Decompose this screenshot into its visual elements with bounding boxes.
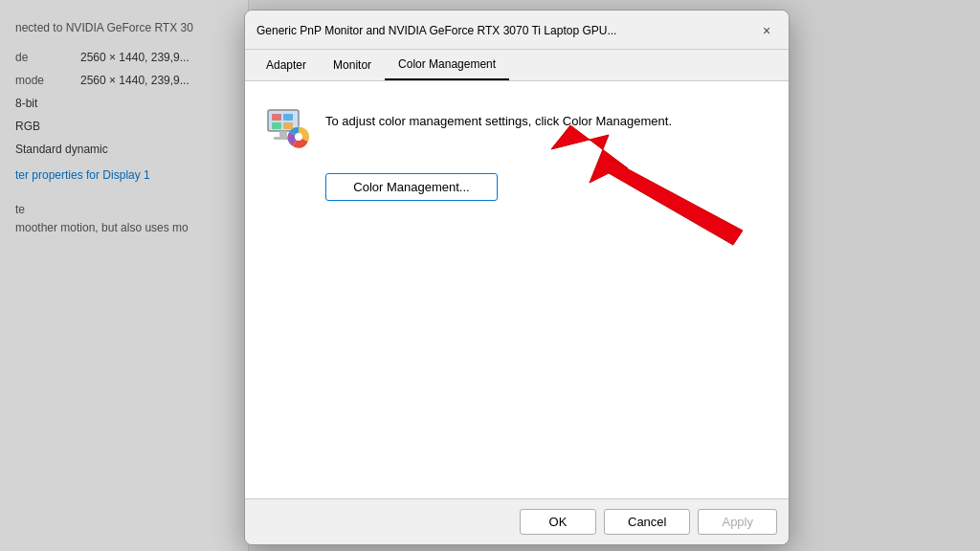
svg-rect-7 <box>272 122 281 129</box>
dialog: Generic PnP Monitor and NVIDIA GeForce R… <box>244 10 790 545</box>
color-management-icon <box>264 104 310 150</box>
ok-button[interactable]: OK <box>520 509 596 535</box>
svg-rect-6 <box>283 114 293 121</box>
tab-bar: Adapter Monitor Color Management <box>245 50 789 81</box>
svg-point-4 <box>295 133 302 141</box>
apply-button[interactable]: Apply <box>698 509 777 535</box>
content-row: To adjust color management settings, cli… <box>264 104 672 150</box>
svg-rect-1 <box>279 131 287 137</box>
tab-monitor[interactable]: Monitor <box>320 50 385 80</box>
dialog-content: To adjust color management settings, cli… <box>245 81 789 498</box>
title-bar: Generic PnP Monitor and NVIDIA GeForce R… <box>245 11 789 50</box>
content-description: To adjust color management settings, cli… <box>325 104 672 131</box>
dialog-footer: OK Cancel Apply <box>245 498 789 544</box>
close-button[interactable]: × <box>756 20 777 41</box>
svg-rect-8 <box>283 122 293 129</box>
dialog-title: Generic PnP Monitor and NVIDIA GeForce R… <box>256 24 616 37</box>
cancel-button[interactable]: Cancel <box>604 509 690 535</box>
tab-adapter[interactable]: Adapter <box>253 50 320 80</box>
color-management-button[interactable]: Color Management... <box>325 173 498 201</box>
svg-rect-5 <box>272 114 281 121</box>
tab-color-management[interactable]: Color Management <box>385 50 509 80</box>
